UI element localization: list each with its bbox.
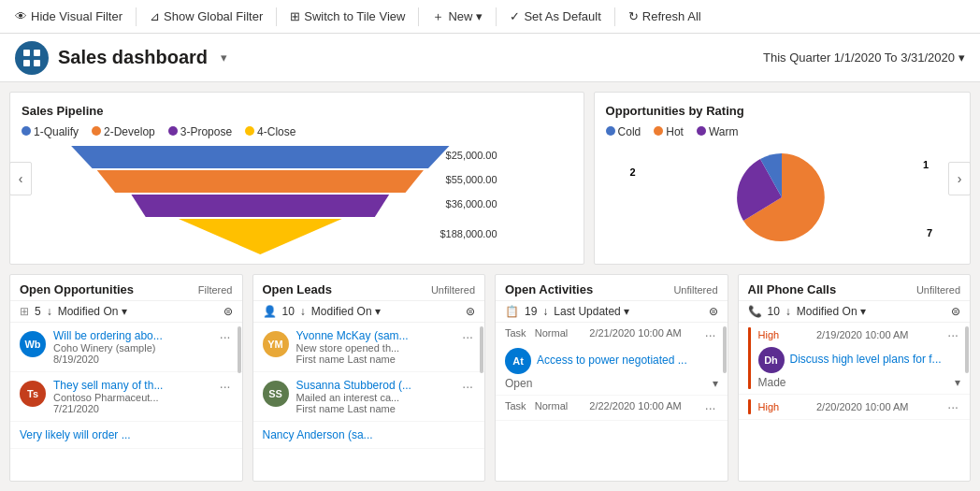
toolbar-divider-5: [614, 7, 615, 26]
open-leads-body: YM Yvonne McKay (sam... New store opened…: [253, 323, 485, 481]
open-leads-title: Open Leads: [263, 282, 332, 296]
legend-propose: 3-Propose: [168, 125, 232, 138]
open-activities-card: Open Activities Unfiltered 📋 19 ↓ Last U…: [495, 274, 728, 482]
check-icon: ✓: [510, 9, 520, 23]
activity-row: At Access to power negotiated ...: [505, 346, 718, 374]
page-title-chevron-icon[interactable]: ▾: [221, 51, 227, 65]
item-more-icon[interactable]: ···: [945, 399, 960, 414]
page-icon: [15, 41, 49, 75]
dashboard-icon-svg: [22, 49, 41, 67]
list-item-text: High 2/19/2020 10:00 AM ··· Dh Discuss h…: [758, 327, 961, 389]
scrollbar-track[interactable]: [479, 323, 484, 481]
svg-rect-1: [34, 50, 40, 56]
controls-icon[interactable]: ⊜: [709, 305, 718, 318]
avatar: At: [505, 348, 531, 374]
toolbar-divider-3: [418, 7, 419, 26]
hide-visual-filter-label: Hide Visual Filter: [31, 9, 122, 23]
charts-row: ‹ Sales Pipeline 1-Qualify 2-Develop 3-P…: [9, 92, 971, 265]
sales-pipeline-title: Sales Pipeline: [22, 104, 499, 118]
open-opportunities-body: Wb Will be ordering abo... Coho Winery (…: [10, 323, 242, 481]
item-more-icon[interactable]: ···: [460, 379, 475, 394]
controls-icon[interactable]: ⊜: [223, 305, 233, 318]
hide-visual-filter-button[interactable]: 👁 Hide Visual Filter: [7, 6, 130, 27]
item-more-icon[interactable]: ···: [460, 329, 475, 344]
sales-pipeline-legend: 1-Qualify 2-Develop 3-Propose 4-Close: [22, 125, 499, 138]
avatar: YM: [263, 331, 289, 357]
activity-item[interactable]: Task Normal 2/22/2020 10:00 AM ···: [496, 396, 728, 421]
date-range-label: This Quarter 1/1/2020 To 3/31/2020: [763, 51, 955, 65]
toolbar-divider-1: [136, 7, 137, 26]
scrollbar-track[interactable]: [722, 323, 728, 481]
sort-field[interactable]: Last Updated ▾: [554, 305, 629, 318]
priority-label: High: [758, 401, 780, 412]
show-global-filter-button[interactable]: ⊿ Show Global Filter: [142, 6, 270, 27]
sort-down-icon[interactable]: ↓: [47, 305, 52, 318]
list-item[interactable]: Nancy Anderson (sa...: [253, 422, 485, 449]
legend-hot: Hot: [654, 125, 684, 138]
list-item-text: High 2/20/2020 10:00 AM ···: [758, 399, 961, 414]
set-as-default-button[interactable]: ✓ Set As Default: [502, 6, 608, 27]
list-item-text: Very likely will order ...: [20, 428, 233, 441]
eye-icon: 👁: [15, 9, 27, 23]
item-more-icon[interactable]: ···: [703, 400, 718, 415]
filter-icon: ⊿: [150, 9, 160, 23]
list-item-text: Nancy Anderson (sa...: [263, 428, 476, 441]
activity-item[interactable]: Task Normal 2/21/2020 10:00 AM ··· At Ac…: [496, 323, 728, 396]
cold-label: 1: [923, 159, 929, 170]
phone-item[interactable]: High 2/20/2020 10:00 AM ···: [739, 395, 971, 420]
list-item-text: Susanna Stubberod (... Mailed an interes…: [296, 379, 454, 414]
toolbar-divider-2: [276, 7, 277, 26]
priority-bar: [748, 327, 751, 389]
scrollbar-thumb: [965, 326, 969, 373]
activity-status: Open ▾: [505, 377, 718, 390]
avatar: SS: [263, 381, 289, 407]
sort-down-icon[interactable]: ↓: [300, 305, 306, 318]
toolbar: 👁 Hide Visual Filter ⊿ Show Global Filte…: [0, 0, 980, 34]
scrollbar-track[interactable]: [964, 323, 970, 481]
list-item[interactable]: YM Yvonne McKay (sam... New store opened…: [253, 323, 485, 372]
right-nav-arrow[interactable]: ›: [948, 162, 971, 195]
sort-down-icon[interactable]: ↓: [542, 305, 548, 318]
phone-item[interactable]: High 2/19/2020 10:00 AM ··· Dh Discuss h…: [739, 323, 971, 395]
open-leads-controls: 👤 10 ↓ Modified On ▾ ⊜: [253, 301, 485, 323]
list-item[interactable]: Very likely will order ...: [10, 422, 242, 449]
hot-label: 7: [927, 227, 932, 238]
switch-to-tile-label: Switch to Tile View: [304, 9, 405, 23]
scrollbar-track[interactable]: [237, 323, 242, 481]
page-title: Sales dashboard: [58, 47, 208, 68]
sort-field[interactable]: Modified On ▾: [58, 305, 127, 318]
scrollbar-thumb: [723, 326, 727, 373]
avatar: Ts: [20, 381, 46, 407]
item-more-icon[interactable]: ···: [218, 329, 233, 344]
page-header: Sales dashboard ▾ This Quarter 1/1/2020 …: [0, 34, 980, 82]
switch-to-tile-button[interactable]: ⊞ Switch to Tile View: [282, 6, 412, 27]
all-phone-calls-badge: Unfiltered: [916, 284, 960, 296]
legend-cold: Cold: [606, 125, 641, 138]
item-more-icon[interactable]: ···: [703, 327, 718, 342]
new-button[interactable]: ＋ New ▾: [425, 5, 490, 29]
legend-close: 4-Close: [245, 125, 295, 138]
new-label: New: [448, 9, 472, 23]
date-range-chevron-icon: ▾: [958, 51, 965, 65]
activity-icon: 📋: [505, 305, 519, 318]
show-global-filter-label: Show Global Filter: [164, 9, 263, 23]
sort-field[interactable]: Modified On ▾: [311, 305, 381, 318]
list-item-text: Yvonne McKay (sam... New store opened th…: [296, 329, 454, 365]
sort-down-icon[interactable]: ↓: [785, 305, 791, 318]
open-activities-controls: 📋 19 ↓ Last Updated ▾ ⊜: [496, 301, 728, 323]
expand-chevron-icon[interactable]: ▾: [713, 377, 718, 390]
expand-chevron-icon[interactable]: ▾: [955, 376, 960, 389]
avatar: Dh: [758, 347, 785, 373]
controls-icon[interactable]: ⊜: [951, 305, 960, 318]
date-range[interactable]: This Quarter 1/1/2020 To 3/31/2020 ▾: [763, 51, 965, 65]
refresh-all-button[interactable]: ↻ Refresh All: [621, 6, 709, 27]
bar-label-4: $188,000.00: [440, 228, 497, 239]
list-item[interactable]: Ts They sell many of th... Contoso Pharm…: [10, 372, 242, 422]
list-item[interactable]: Wb Will be ordering abo... Coho Winery (…: [10, 323, 242, 372]
controls-icon[interactable]: ⊜: [466, 305, 475, 318]
list-item[interactable]: SS Susanna Stubberod (... Mailed an inte…: [253, 372, 485, 422]
sort-field[interactable]: Modified On ▾: [797, 305, 866, 318]
item-more-icon[interactable]: ···: [945, 327, 960, 342]
left-nav-arrow[interactable]: ‹: [9, 162, 32, 195]
item-more-icon[interactable]: ···: [218, 379, 233, 394]
